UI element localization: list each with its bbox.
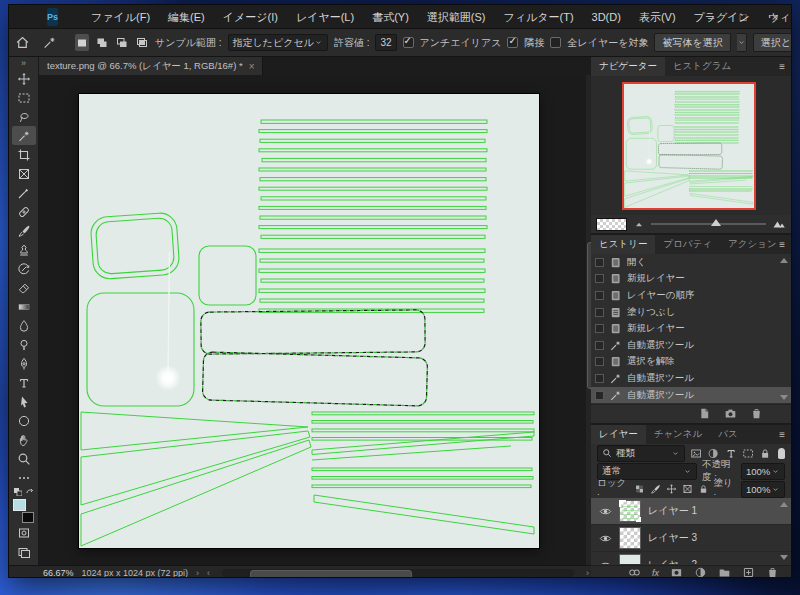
canvas-artwork[interactable] [79, 94, 539, 548]
slider-thumb[interactable] [711, 219, 721, 226]
subtract-from-selection-mode-button[interactable] [115, 34, 129, 51]
navigator-zoom-slider[interactable] [651, 223, 766, 225]
layer-thumbnail[interactable] [619, 527, 641, 549]
horizontal-scrollbar[interactable] [222, 569, 574, 577]
select-and-mask-button[interactable]: 選択とマスク... [753, 33, 791, 52]
lock-all-icon[interactable] [698, 483, 709, 495]
type-tool[interactable] [12, 373, 36, 392]
menu-edit[interactable]: 編集(E) [159, 5, 214, 29]
status-expand-icon[interactable]: › [196, 568, 199, 578]
edit-toolbar-icon[interactable] [12, 468, 36, 487]
swap-colors-icon[interactable] [26, 488, 34, 496]
foreground-color-swatch[interactable] [13, 499, 26, 511]
add-layer-mask-icon[interactable] [670, 566, 683, 578]
visibility-eye-icon[interactable] [599, 559, 612, 565]
intersect-selection-mode-button[interactable] [135, 34, 149, 51]
layer-style-fx-icon[interactable]: fx [652, 568, 659, 578]
anti-alias-checkbox[interactable] [403, 37, 414, 48]
history-item[interactable]: 新規レイヤー [591, 271, 791, 288]
history-source-checkbox[interactable] [595, 391, 604, 400]
navigator-zoom-field[interactable] [596, 218, 627, 231]
new-layer-icon[interactable] [742, 566, 755, 578]
eyedropper-tool[interactable] [12, 183, 36, 202]
minimize-button[interactable]: – [695, 5, 727, 29]
zoom-in-icon[interactable] [772, 217, 786, 231]
menu-file[interactable]: ファイル(F) [82, 5, 159, 29]
close-tab-icon[interactable]: × [249, 61, 255, 72]
sample-all-layers-checkbox[interactable] [550, 37, 561, 48]
opacity-dropdown[interactable]: 100% [741, 463, 785, 480]
rectangular-marquee-tool[interactable] [12, 88, 36, 107]
zoom-tool[interactable] [12, 449, 36, 468]
layer-name[interactable]: レイヤー 2 [648, 558, 697, 564]
menu-type[interactable]: 書式(Y) [363, 5, 418, 29]
scroll-left-icon[interactable]: ‹ [207, 568, 210, 578]
menu-view[interactable]: 表示(V) [630, 5, 685, 29]
delete-layer-icon[interactable] [766, 566, 779, 578]
layer-filter-dropdown[interactable]: 種類 [597, 445, 685, 462]
contiguous-checkbox[interactable] [507, 37, 518, 48]
home-icon[interactable] [15, 33, 30, 53]
filter-pixel-layers-icon[interactable] [690, 447, 702, 460]
visibility-eye-icon[interactable] [599, 505, 612, 518]
tab-histogram[interactable]: ヒストグラム [665, 57, 739, 76]
history-source-checkbox[interactable] [595, 357, 604, 366]
lock-position-icon[interactable] [666, 483, 677, 495]
scroll-up-icon[interactable] [780, 258, 788, 263]
clone-stamp-tool[interactable] [12, 240, 36, 259]
history-item[interactable]: 新規レイヤー [591, 320, 791, 337]
shape-tool[interactable] [12, 411, 36, 430]
panel-menu-icon[interactable]: ≡ [779, 57, 785, 76]
delete-state-icon[interactable] [750, 407, 763, 420]
tab-actions[interactable]: アクション [720, 235, 785, 254]
gradient-tool[interactable] [12, 297, 36, 316]
default-swap-colors[interactable] [12, 487, 36, 497]
new-snapshot-icon[interactable] [724, 407, 737, 420]
sample-size-dropdown[interactable]: 指定したピクセル [228, 34, 328, 51]
history-source-checkbox[interactable] [595, 341, 604, 350]
menu-layer[interactable]: レイヤー(L) [287, 5, 363, 29]
history-source-checkbox[interactable] [595, 258, 604, 267]
filter-shape-layers-icon[interactable] [742, 447, 754, 460]
layer-row[interactable]: レイヤー 2 [591, 552, 791, 564]
history-item[interactable]: 開く [591, 254, 791, 271]
history-item-selected[interactable]: 自動選択ツール [591, 387, 791, 404]
menu-3d[interactable]: 3D(D) [583, 5, 630, 29]
close-button[interactable]: × [759, 5, 791, 29]
scroll-down-icon[interactable] [780, 555, 788, 560]
document-tab[interactable]: texture.png @ 66.7% (レイヤー 1, RGB/16#) * … [39, 57, 263, 75]
new-selection-mode-button[interactable] [75, 34, 89, 51]
tab-cc-libraries[interactable]: CC ライブラリ [785, 235, 792, 254]
maximize-button[interactable]: □ [727, 5, 759, 29]
tab-navigator[interactable]: ナビゲーター [591, 57, 665, 76]
dodge-tool[interactable] [12, 335, 36, 354]
scroll-down-icon[interactable] [780, 395, 788, 400]
lock-pixels-icon[interactable] [650, 483, 661, 495]
menu-image[interactable]: イメージ(I) [214, 5, 287, 29]
background-color-swatch[interactable] [22, 512, 34, 523]
brush-tool[interactable] [12, 221, 36, 240]
fill-dropdown[interactable]: 100% [741, 481, 785, 498]
tab-channels[interactable]: チャンネル [646, 425, 711, 444]
lock-transparency-icon[interactable] [634, 483, 645, 495]
layer-thumbnail[interactable] [619, 500, 641, 522]
history-item[interactable]: 自動選択ツール [591, 337, 791, 354]
visibility-eye-icon[interactable] [599, 532, 612, 545]
history-item[interactable]: 塗りつぶし [591, 304, 791, 321]
spot-healing-tool[interactable] [12, 202, 36, 221]
move-tool[interactable] [12, 69, 36, 88]
blur-tool[interactable] [12, 316, 36, 335]
select-subject-button[interactable]: 被写体を選択 [654, 33, 730, 52]
lock-artboard-icon[interactable] [682, 483, 693, 495]
layer-row[interactable]: レイヤー 3 [591, 525, 791, 552]
panel-menu-icon[interactable]: ≡ [779, 425, 785, 444]
navigator-thumbnail[interactable] [622, 82, 756, 210]
crop-tool[interactable] [12, 145, 36, 164]
tab-layers[interactable]: レイヤー [591, 425, 646, 444]
tab-paths[interactable]: パス [710, 425, 745, 444]
eraser-tool[interactable] [12, 278, 36, 297]
menu-select[interactable]: 選択範囲(S) [418, 5, 495, 29]
history-brush-tool[interactable] [12, 259, 36, 278]
history-item[interactable]: 選択を解除 [591, 354, 791, 371]
default-colors-icon[interactable] [14, 488, 22, 496]
